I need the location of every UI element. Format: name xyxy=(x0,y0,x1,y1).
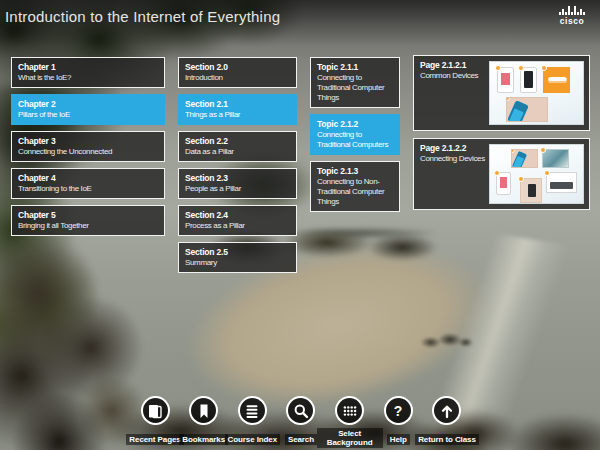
section-label: Section 2.0 xyxy=(185,62,290,73)
section-item-2-4[interactable]: Section 2.4 Process as a Pillar xyxy=(178,205,297,236)
page-title-text: Common Devices xyxy=(420,71,492,81)
chapter-item-4[interactable]: Chapter 4 Transitioning to the IoE xyxy=(11,168,165,199)
page-label: Page 2.1.2.2 xyxy=(420,143,492,154)
cisco-logo: cisco xyxy=(552,6,592,26)
section-column: Section 2.0 Introduction Section 2.1 Thi… xyxy=(178,57,297,273)
recent-pages-icon[interactable] xyxy=(141,396,170,425)
search-icon[interactable] xyxy=(286,396,315,425)
medical-devices-image xyxy=(542,149,569,168)
chapter-label: Chapter 3 xyxy=(18,136,158,147)
page-thumbnail-connecting-devices xyxy=(489,144,584,204)
background-water-rocks xyxy=(418,327,476,355)
page-column: Page 2.1.2.1 Common Devices Page 2.1.2.2… xyxy=(413,55,590,210)
chapter-title: Pillars of the IoE xyxy=(18,110,158,120)
page-label: Page 2.1.2.1 xyxy=(420,60,492,71)
page-thumbnail-common-devices xyxy=(489,61,584,125)
section-title: Data as a Pillar xyxy=(185,147,290,157)
cisco-bridge-bars-icon xyxy=(552,6,592,15)
chapter-item-3[interactable]: Chapter 3 Connecting the Unconnected xyxy=(11,131,165,162)
bookmark-icon[interactable] xyxy=(189,396,218,425)
chapter-title: Transitioning to the IoE xyxy=(18,184,158,194)
smart-watch-image xyxy=(511,149,538,168)
page-title-text: Connecting Devices xyxy=(420,154,492,164)
section-title: Summary xyxy=(185,258,290,268)
topic-label: Topic 2.1.1 xyxy=(317,62,393,73)
section-label: Section 2.1 xyxy=(185,99,290,110)
topic-item-2-1-2-selected[interactable]: Topic 2.1.2 Connecting to Traditional Co… xyxy=(310,114,400,155)
section-title: Things as a Pillar xyxy=(185,110,290,120)
topic-column: Topic 2.1.1 Connecting to Traditional Co… xyxy=(310,57,400,212)
smart-glasses-image xyxy=(543,67,570,93)
chapter-item-1[interactable]: Chapter 1 What is the IoE? xyxy=(11,57,165,88)
tool-label: Return to Class xyxy=(415,434,479,445)
page-title: Introduction to the Internet of Everythi… xyxy=(5,8,280,25)
page-item-2-1-2-1[interactable]: Page 2.1.2.1 Common Devices xyxy=(413,55,590,131)
chapter-column: Chapter 1 What is the IoE? Chapter 2 Pil… xyxy=(11,57,165,236)
page-item-2-1-2-2[interactable]: Page 2.1.2.2 Connecting Devices xyxy=(413,138,590,210)
topic-item-2-1-3[interactable]: Topic 2.1.3 Connecting to Non-Traditiona… xyxy=(310,161,400,212)
section-item-2-3[interactable]: Section 2.3 People as a Pillar xyxy=(178,168,297,199)
topic-title: Connecting to Traditional Computers xyxy=(317,130,393,150)
section-item-2-5[interactable]: Section 2.5 Summary xyxy=(178,242,297,273)
section-label: Section 2.5 xyxy=(185,247,290,258)
section-label: Section 2.2 xyxy=(185,136,290,147)
tool-label: Help xyxy=(387,434,410,445)
section-label: Section 2.3 xyxy=(185,173,290,184)
chapter-label: Chapter 5 xyxy=(18,210,158,221)
hands-holding-phone-image xyxy=(520,178,542,203)
chapter-item-5[interactable]: Chapter 5 Bringing it all Together xyxy=(11,205,165,236)
section-label: Section 2.4 xyxy=(185,210,290,221)
chapter-title: What is the IoE? xyxy=(18,73,158,83)
tool-label: Search xyxy=(285,434,317,445)
section-title: People as a Pillar xyxy=(185,184,290,194)
section-item-2-0[interactable]: Section 2.0 Introduction xyxy=(178,57,297,88)
white-smartphone-image xyxy=(496,172,511,195)
toolbar-return-to-class[interactable]: Return to Class xyxy=(423,396,471,449)
list-icon[interactable] xyxy=(238,396,267,425)
topic-label: Topic 2.1.3 xyxy=(317,166,393,177)
bottom-toolbar: Recent Pages Bookmarks Course Index xyxy=(131,396,471,449)
up-arrow-icon[interactable] xyxy=(432,396,461,425)
wireless-router-image xyxy=(546,172,577,193)
topic-title: Connecting to Traditional Computer Thing… xyxy=(317,73,393,103)
topic-title: Connecting to Non-Traditional Computer T… xyxy=(317,177,393,207)
grid-icon[interactable] xyxy=(335,396,364,425)
section-item-2-2[interactable]: Section 2.2 Data as a Pillar xyxy=(178,131,297,162)
topic-label: Topic 2.1.2 xyxy=(317,119,393,130)
chapter-label: Chapter 1 xyxy=(18,62,158,73)
topic-item-2-1-1[interactable]: Topic 2.1.1 Connecting to Traditional Co… xyxy=(310,57,400,108)
section-title: Process as a Pillar xyxy=(185,221,290,231)
svg-text:?: ? xyxy=(394,402,403,418)
section-title: Introduction xyxy=(185,73,290,83)
chapter-title: Bringing it all Together xyxy=(18,221,158,231)
chapter-item-2-selected[interactable]: Chapter 2 Pillars of the IoE xyxy=(11,94,165,125)
chapter-label: Chapter 4 xyxy=(18,173,158,184)
black-smartphone-image xyxy=(520,67,537,93)
white-smartphone-image xyxy=(497,67,514,93)
cisco-logo-text: cisco xyxy=(552,16,592,26)
section-item-2-1-selected[interactable]: Section 2.1 Things as a Pillar xyxy=(178,94,297,125)
app-window: Introduction to the Internet of Everythi… xyxy=(0,0,600,450)
question-icon[interactable]: ? xyxy=(384,396,413,425)
smart-watch-image xyxy=(506,97,548,122)
chapter-title: Connecting the Unconnected xyxy=(18,147,158,157)
chapter-label: Chapter 2 xyxy=(18,99,158,110)
